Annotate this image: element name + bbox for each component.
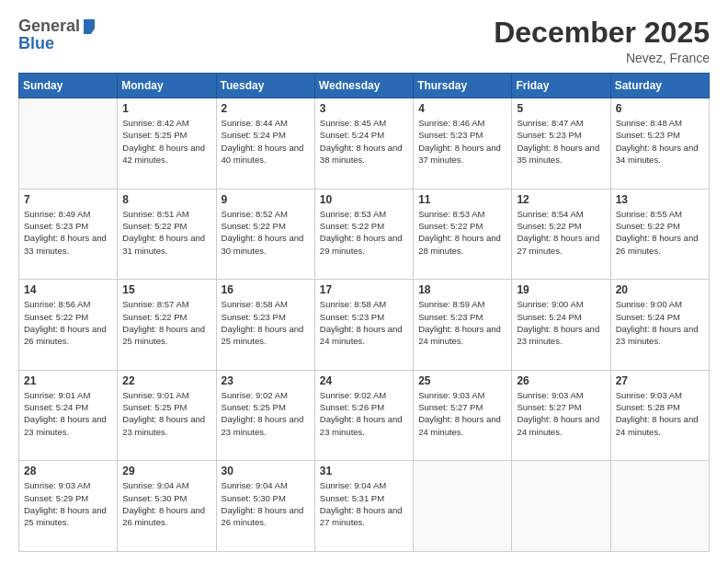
table-row: 16Sunrise: 8:58 AM Sunset: 5:23 PM Dayli…: [216, 280, 314, 371]
day-number: 27: [616, 374, 704, 387]
table-row: 21Sunrise: 9:01 AM Sunset: 5:24 PM Dayli…: [19, 370, 118, 461]
day-number: 26: [517, 374, 605, 387]
table-row: 27Sunrise: 9:03 AM Sunset: 5:28 PM Dayli…: [610, 370, 709, 461]
day-number: 17: [320, 283, 408, 296]
table-row: 23Sunrise: 9:02 AM Sunset: 5:25 PM Dayli…: [216, 370, 314, 461]
day-number: 7: [24, 193, 112, 206]
day-info: Sunrise: 8:53 AM Sunset: 5:22 PM Dayligh…: [418, 208, 506, 257]
calendar-week-row: 21Sunrise: 9:01 AM Sunset: 5:24 PM Dayli…: [19, 370, 710, 461]
table-row: 19Sunrise: 9:00 AM Sunset: 5:24 PM Dayli…: [512, 280, 610, 371]
day-info: Sunrise: 8:46 AM Sunset: 5:23 PM Dayligh…: [418, 117, 506, 166]
table-row: 5Sunrise: 8:47 AM Sunset: 5:23 PM Daylig…: [512, 98, 610, 190]
day-info: Sunrise: 8:59 AM Sunset: 5:23 PM Dayligh…: [418, 298, 506, 347]
day-info: Sunrise: 8:58 AM Sunset: 5:23 PM Dayligh…: [320, 298, 408, 347]
table-row: 29Sunrise: 9:04 AM Sunset: 5:30 PM Dayli…: [118, 461, 216, 552]
calendar: Sunday Monday Tuesday Wednesday Thursday…: [18, 73, 710, 552]
title-section: December 2025 Nevez, France: [494, 17, 710, 65]
table-row: [19, 98, 118, 190]
month-title: December 2025: [494, 17, 710, 49]
table-row: 24Sunrise: 9:02 AM Sunset: 5:26 PM Dayli…: [314, 370, 413, 461]
calendar-week-row: 14Sunrise: 8:56 AM Sunset: 5:22 PM Dayli…: [19, 280, 710, 371]
table-row: 13Sunrise: 8:55 AM Sunset: 5:22 PM Dayli…: [610, 189, 709, 280]
day-info: Sunrise: 9:03 AM Sunset: 5:29 PM Dayligh…: [24, 479, 112, 528]
day-number: 3: [320, 102, 408, 115]
day-info: Sunrise: 8:44 AM Sunset: 5:24 PM Dayligh…: [222, 117, 310, 166]
table-row: 30Sunrise: 9:04 AM Sunset: 5:30 PM Dayli…: [216, 461, 314, 552]
calendar-header-row: Sunday Monday Tuesday Wednesday Thursday…: [19, 74, 710, 98]
location: Nevez, France: [494, 51, 710, 65]
day-number: 31: [320, 465, 408, 477]
table-row: 11Sunrise: 8:53 AM Sunset: 5:22 PM Dayli…: [414, 189, 512, 280]
logo-icon: [82, 19, 97, 34]
table-row: 7Sunrise: 8:49 AM Sunset: 5:23 PM Daylig…: [19, 189, 118, 280]
table-row: 25Sunrise: 9:03 AM Sunset: 5:27 PM Dayli…: [414, 370, 512, 461]
day-info: Sunrise: 9:03 AM Sunset: 5:28 PM Dayligh…: [616, 389, 704, 438]
day-number: 19: [517, 283, 605, 296]
table-row: 10Sunrise: 8:53 AM Sunset: 5:22 PM Dayli…: [314, 189, 413, 280]
day-info: Sunrise: 8:42 AM Sunset: 5:25 PM Dayligh…: [122, 117, 210, 166]
day-number: 16: [222, 283, 310, 296]
table-row: 18Sunrise: 8:59 AM Sunset: 5:23 PM Dayli…: [414, 280, 512, 371]
logo-general: General: [18, 17, 80, 36]
table-row: 31Sunrise: 9:04 AM Sunset: 5:31 PM Dayli…: [314, 461, 413, 552]
logo: General Blue: [18, 17, 97, 53]
table-row: [610, 461, 709, 552]
col-tuesday: Tuesday: [216, 74, 314, 98]
col-wednesday: Wednesday: [314, 74, 413, 98]
day-number: 2: [222, 102, 310, 115]
day-number: 9: [222, 193, 310, 206]
day-number: 20: [616, 283, 704, 296]
table-row: 9Sunrise: 8:52 AM Sunset: 5:22 PM Daylig…: [216, 189, 314, 280]
table-row: 17Sunrise: 8:58 AM Sunset: 5:23 PM Dayli…: [314, 280, 413, 371]
calendar-week-row: 28Sunrise: 9:03 AM Sunset: 5:29 PM Dayli…: [19, 461, 710, 552]
table-row: 14Sunrise: 8:56 AM Sunset: 5:22 PM Dayli…: [19, 280, 118, 371]
day-number: 8: [122, 193, 210, 206]
day-number: 11: [418, 193, 506, 206]
day-info: Sunrise: 8:52 AM Sunset: 5:22 PM Dayligh…: [222, 208, 310, 257]
calendar-week-row: 7Sunrise: 8:49 AM Sunset: 5:23 PM Daylig…: [19, 189, 710, 280]
day-info: Sunrise: 9:01 AM Sunset: 5:24 PM Dayligh…: [24, 389, 112, 438]
day-number: 18: [418, 283, 506, 296]
day-info: Sunrise: 9:00 AM Sunset: 5:24 PM Dayligh…: [517, 298, 605, 347]
table-row: 3Sunrise: 8:45 AM Sunset: 5:24 PM Daylig…: [314, 98, 413, 190]
calendar-week-row: 1Sunrise: 8:42 AM Sunset: 5:25 PM Daylig…: [19, 98, 710, 190]
day-number: 13: [616, 193, 704, 206]
day-number: 5: [517, 102, 605, 115]
table-row: 6Sunrise: 8:48 AM Sunset: 5:23 PM Daylig…: [610, 98, 709, 190]
col-friday: Friday: [512, 74, 610, 98]
day-number: 24: [320, 374, 408, 387]
day-number: 12: [517, 193, 605, 206]
day-number: 4: [418, 102, 506, 115]
day-info: Sunrise: 9:04 AM Sunset: 5:31 PM Dayligh…: [320, 479, 408, 528]
day-info: Sunrise: 8:51 AM Sunset: 5:22 PM Dayligh…: [122, 208, 210, 257]
svg-marker-0: [84, 19, 95, 34]
day-number: 6: [616, 102, 704, 115]
day-number: 21: [24, 374, 112, 387]
table-row: 12Sunrise: 8:54 AM Sunset: 5:22 PM Dayli…: [512, 189, 610, 280]
day-info: Sunrise: 8:57 AM Sunset: 5:22 PM Dayligh…: [122, 298, 210, 347]
col-sunday: Sunday: [19, 74, 118, 98]
day-info: Sunrise: 8:58 AM Sunset: 5:23 PM Dayligh…: [222, 298, 310, 347]
day-info: Sunrise: 8:45 AM Sunset: 5:24 PM Dayligh…: [320, 117, 408, 166]
table-row: 20Sunrise: 9:00 AM Sunset: 5:24 PM Dayli…: [610, 280, 709, 371]
day-info: Sunrise: 8:48 AM Sunset: 5:23 PM Dayligh…: [616, 117, 704, 166]
day-number: 30: [222, 465, 310, 477]
col-monday: Monday: [118, 74, 216, 98]
table-row: 2Sunrise: 8:44 AM Sunset: 5:24 PM Daylig…: [216, 98, 314, 190]
day-number: 22: [122, 374, 210, 387]
day-info: Sunrise: 9:02 AM Sunset: 5:25 PM Dayligh…: [222, 389, 310, 438]
table-row: [414, 461, 512, 552]
day-info: Sunrise: 9:00 AM Sunset: 5:24 PM Dayligh…: [616, 298, 704, 347]
day-info: Sunrise: 9:02 AM Sunset: 5:26 PM Dayligh…: [320, 389, 408, 438]
day-number: 29: [122, 465, 210, 477]
table-row: 22Sunrise: 9:01 AM Sunset: 5:25 PM Dayli…: [118, 370, 216, 461]
day-info: Sunrise: 8:55 AM Sunset: 5:22 PM Dayligh…: [616, 208, 704, 257]
logo-blue: Blue: [18, 34, 54, 53]
table-row: 8Sunrise: 8:51 AM Sunset: 5:22 PM Daylig…: [118, 189, 216, 280]
table-row: [512, 461, 610, 552]
day-info: Sunrise: 9:04 AM Sunset: 5:30 PM Dayligh…: [222, 479, 310, 528]
day-number: 14: [24, 283, 112, 296]
day-info: Sunrise: 8:47 AM Sunset: 5:23 PM Dayligh…: [517, 117, 605, 166]
day-info: Sunrise: 9:04 AM Sunset: 5:30 PM Dayligh…: [122, 479, 210, 528]
table-row: 15Sunrise: 8:57 AM Sunset: 5:22 PM Dayli…: [118, 280, 216, 371]
